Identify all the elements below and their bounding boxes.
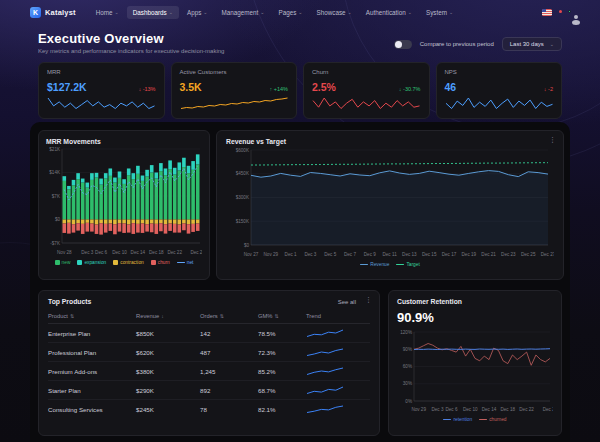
chevron-down-icon: ⌄	[550, 42, 554, 47]
cell-gm: 78.5%	[258, 330, 306, 337]
legend-item-retention[interactable]: retention	[443, 417, 472, 422]
table-row[interactable]: Starter Plan $290K 892 68.7%	[48, 381, 370, 400]
chevron-down-icon: ⌄	[408, 10, 412, 15]
legend-item-expansion[interactable]: expansion	[77, 260, 106, 265]
svg-text:Dec 7: Dec 7	[344, 252, 356, 257]
legend-item-net[interactable]: net	[177, 260, 194, 265]
svg-text:Dec 23: Dec 23	[501, 252, 516, 257]
kpi-sparkline	[47, 96, 156, 109]
top-products-card: Top Products See all ⋮ Product⇅ Revenue↓…	[38, 290, 380, 436]
svg-text:Dec 22: Dec 22	[519, 407, 534, 412]
legend-item-churn[interactable]: churn	[151, 260, 170, 265]
table-row[interactable]: Professional Plan $620K 487 72.3%	[48, 343, 370, 362]
see-all-link[interactable]: See all	[338, 299, 356, 305]
table-row[interactable]: Enterprise Plan $850K 142 78.5%	[48, 324, 370, 343]
chart-title: Customer Retention	[397, 298, 553, 305]
cell-product: Enterprise Plan	[48, 330, 136, 337]
svg-text:$300K: $300K	[236, 195, 250, 200]
compare-toggle[interactable]	[394, 40, 412, 49]
kpi-card-nps: NPS 46 ↓ -2	[436, 62, 563, 119]
language-flag-icon[interactable]	[542, 9, 552, 16]
svg-text:Dec 1: Dec 1	[285, 252, 297, 257]
table-row[interactable]: Consulting Services $245K 78 82.1%	[48, 400, 370, 418]
kpi-row: MRR $127.2K ↓ -13% Active Customers 3.5K…	[38, 62, 562, 119]
nav-item-dashboards[interactable]: Dashboards⌄	[127, 6, 179, 19]
cell-orders: 892	[200, 387, 258, 394]
nav-item-authentication[interactable]: Authentication⌄	[360, 6, 418, 19]
svg-text:Dec 3: Dec 3	[304, 252, 316, 257]
column-header-revenue[interactable]: Revenue↓	[136, 313, 200, 319]
nav-item-home[interactable]: Home⌄	[90, 6, 125, 19]
column-header-gm[interactable]: GM%⇅	[258, 313, 306, 319]
column-header-orders[interactable]: Orders⇅	[200, 313, 258, 319]
table-row[interactable]: Premium Add-ons $380K 1,245 85.2%	[48, 362, 370, 381]
svg-text:$21K: $21K	[49, 147, 61, 152]
nav-item-apps[interactable]: Apps⌄	[181, 6, 214, 19]
legend-line-swatch	[360, 264, 368, 266]
svg-text:Dec 21: Dec 21	[481, 252, 496, 257]
svg-text:Dec 27: Dec 27	[543, 407, 553, 412]
trend-sparkline	[306, 348, 344, 357]
chevron-down-icon: ⌄	[169, 10, 173, 15]
cell-product: Consulting Services	[48, 406, 136, 413]
chart-title: Revenue vs Target	[226, 138, 554, 145]
legend-item-contraction[interactable]: contraction	[113, 260, 143, 265]
kpi-label: Active Customers	[180, 69, 289, 75]
svg-text:0%: 0%	[405, 399, 412, 404]
compare-toggle-label: Compare to previous period	[420, 41, 494, 47]
kpi-delta: ↓ -13%	[138, 86, 155, 92]
retention-headline: 90.9%	[397, 310, 553, 325]
svg-text:$450K: $450K	[236, 171, 250, 176]
kpi-card-mrr: MRR $127.2K ↓ -13%	[38, 62, 165, 119]
svg-text:Dec 3: Dec 3	[81, 250, 93, 255]
kpi-value: 46	[445, 81, 457, 93]
nav-item-showcase[interactable]: Showcase⌄	[311, 6, 358, 19]
legend-item-revenue[interactable]: Revenue	[360, 262, 389, 267]
cell-revenue: $850K	[136, 330, 200, 337]
svg-text:$150K: $150K	[236, 219, 250, 224]
nav-menu: Home⌄ Dashboards⌄ Apps⌄ Management⌄ Page…	[90, 6, 459, 19]
date-range-select[interactable]: Last 30 days ⌄	[502, 37, 562, 51]
svg-text:Nov 29: Nov 29	[264, 252, 279, 257]
retention-legend: retention churned	[397, 417, 553, 422]
svg-text:Dec 17: Dec 17	[442, 252, 457, 257]
chart-title: MRR Movements	[46, 138, 202, 145]
svg-text:-$7K: -$7K	[50, 241, 61, 246]
kebab-menu-icon[interactable]: ⋮	[365, 296, 372, 303]
cell-orders: 487	[200, 349, 258, 356]
revenue-legend: Revenue Target	[226, 262, 554, 267]
kpi-sparkline	[312, 96, 421, 109]
svg-text:$0: $0	[55, 217, 61, 222]
cell-revenue: $245K	[136, 406, 200, 413]
kpi-sparkline	[445, 96, 554, 109]
nav-item-pages[interactable]: Pages⌄	[272, 6, 308, 19]
legend-line-swatch	[479, 419, 487, 421]
svg-text:Dec 22: Dec 22	[167, 250, 182, 255]
nav-item-system[interactable]: System⌄	[420, 6, 459, 19]
svg-text:Dec 19: Dec 19	[462, 252, 477, 257]
kpi-delta: ↑ +14%	[270, 86, 289, 92]
brand-logo[interactable]: K Katalyst	[30, 7, 76, 18]
kpi-card-churn: Churn 2.5% ↓ -30.7%	[303, 62, 430, 119]
legend-item-new[interactable]: new	[55, 260, 71, 265]
mrr-movements-chart: $21K$14K$7K$0-$7KNov 28Dec 3Dec 6Dec 10D…	[46, 145, 202, 259]
legend-item-target[interactable]: Target	[396, 262, 419, 267]
column-header-product[interactable]: Product⇅	[48, 313, 136, 319]
svg-text:Dec 10: Dec 10	[112, 250, 127, 255]
nav-item-management[interactable]: Management⌄	[216, 6, 271, 19]
kpi-delta: ↓ -2	[544, 86, 553, 92]
trend-sparkline	[306, 367, 344, 376]
svg-text:Nov 28: Nov 28	[57, 250, 72, 255]
svg-text:Dec 3: Dec 3	[431, 407, 443, 412]
cell-product: Professional Plan	[48, 349, 136, 356]
main-content-panel: MRR Movements $21K$14K$7K$0-$7KNov 28Dec…	[30, 122, 570, 442]
kebab-menu-icon[interactable]: ⋮	[549, 136, 556, 143]
cell-gm: 72.3%	[258, 349, 306, 356]
legend-item-churned[interactable]: churned	[479, 417, 506, 422]
legend-line-swatch	[177, 262, 185, 264]
kpi-sparkline	[180, 96, 289, 109]
customer-retention-card: Customer Retention 90.9% 120%90%60%30%0%…	[388, 290, 562, 436]
svg-text:$0: $0	[244, 243, 250, 248]
column-header-trend: Trend	[306, 313, 370, 319]
svg-text:Nov 27: Nov 27	[244, 252, 259, 257]
